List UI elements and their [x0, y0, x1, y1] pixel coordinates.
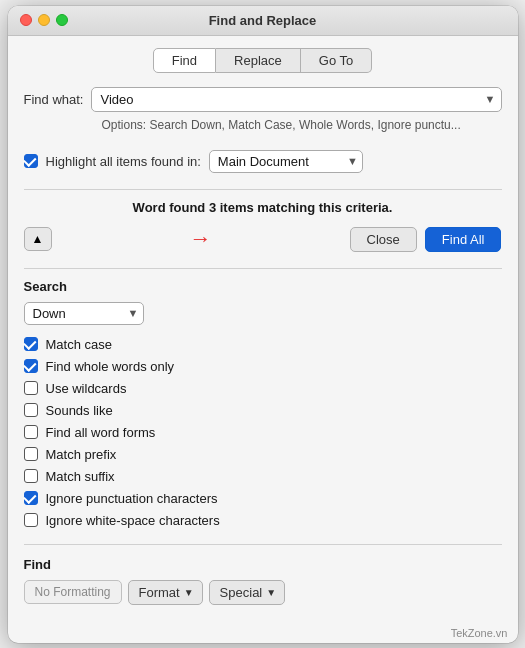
divider-top	[24, 189, 502, 190]
highlight-label: Highlight all items found in:	[46, 154, 201, 169]
search-direction-wrapper: Up Down All ▼	[24, 302, 144, 325]
no-formatting-button[interactable]: No Formatting	[24, 580, 122, 604]
checkbox-match-case[interactable]: Match case	[24, 337, 502, 352]
minimize-traffic-light[interactable]	[38, 14, 50, 26]
find-replace-window: Find and Replace Find Replace Go To Find…	[8, 6, 518, 643]
find-input[interactable]	[91, 87, 501, 112]
highlight-dropdown[interactable]: Main Document All Open Documents	[209, 150, 363, 173]
close-button[interactable]: Close	[350, 227, 417, 252]
prev-button[interactable]: ▲	[24, 227, 52, 251]
search-dropdown-wrapper: Up Down All ▼	[24, 302, 502, 325]
format-button[interactable]: Format ▼	[128, 580, 203, 605]
titlebar: Find and Replace	[8, 6, 518, 36]
highlight-dropdown-wrapper: Main Document All Open Documents ▼	[209, 150, 363, 173]
special-label: Special	[220, 585, 263, 600]
checkbox-ignore-punctuation[interactable]: Ignore punctuation characters	[24, 491, 502, 506]
ignore-whitespace-label: Ignore white-space characters	[46, 513, 220, 528]
info-text: Word found 3 items matching this criteri…	[24, 200, 502, 215]
action-buttons-row: ▲ → Close Find All	[24, 227, 502, 252]
traffic-lights	[20, 14, 68, 26]
find-what-row: Find what: ▼	[24, 87, 502, 112]
checkbox-match-suffix[interactable]: Match suffix	[24, 469, 502, 484]
match-case-label: Match case	[46, 337, 112, 352]
find-buttons-row: No Formatting Format ▼ Special ▼	[24, 580, 502, 605]
tab-find[interactable]: Find	[153, 48, 216, 73]
whole-words-checkbox[interactable]	[24, 359, 38, 373]
find-what-label: Find what:	[24, 92, 84, 107]
search-section-title: Search	[24, 279, 502, 294]
search-direction-dropdown[interactable]: Up Down All	[24, 302, 144, 325]
wildcards-label: Use wildcards	[46, 381, 127, 396]
find-input-wrapper: ▼	[91, 87, 501, 112]
sounds-like-checkbox[interactable]	[24, 403, 38, 417]
tab-replace[interactable]: Replace	[216, 48, 301, 73]
find-section-title: Find	[24, 557, 502, 572]
watermark: TekZone.vn	[8, 621, 518, 643]
match-prefix-checkbox[interactable]	[24, 447, 38, 461]
tab-goto[interactable]: Go To	[301, 48, 372, 73]
checkbox-sounds-like[interactable]: Sounds like	[24, 403, 502, 418]
checkbox-wildcards[interactable]: Use wildcards	[24, 381, 502, 396]
dialog-content: Find Replace Go To Find what: ▼ Options:…	[8, 36, 518, 621]
checkbox-word-forms[interactable]: Find all word forms	[24, 425, 502, 440]
checkbox-match-prefix[interactable]: Match prefix	[24, 447, 502, 462]
ignore-whitespace-checkbox[interactable]	[24, 513, 38, 527]
match-suffix-label: Match suffix	[46, 469, 115, 484]
special-button[interactable]: Special ▼	[209, 580, 286, 605]
highlight-row: Highlight all items found in: Main Docum…	[24, 144, 502, 179]
red-arrow-icon: →	[190, 228, 212, 250]
close-traffic-light[interactable]	[20, 14, 32, 26]
format-chevron-icon: ▼	[184, 587, 194, 598]
format-label: Format	[139, 585, 180, 600]
wildcards-checkbox[interactable]	[24, 381, 38, 395]
options-text: Options: Search Down, Match Case, Whole …	[102, 118, 461, 132]
highlight-checkbox[interactable]	[24, 154, 38, 168]
maximize-traffic-light[interactable]	[56, 14, 68, 26]
special-chevron-icon: ▼	[266, 587, 276, 598]
divider-mid	[24, 268, 502, 269]
search-options-list: Match case Find whole words only Use wil…	[24, 337, 502, 528]
match-prefix-label: Match prefix	[46, 447, 117, 462]
checkbox-whole-words[interactable]: Find whole words only	[24, 359, 502, 374]
find-all-button[interactable]: Find All	[425, 227, 502, 252]
word-forms-checkbox[interactable]	[24, 425, 38, 439]
ignore-punctuation-label: Ignore punctuation characters	[46, 491, 218, 506]
checkbox-ignore-whitespace[interactable]: Ignore white-space characters	[24, 513, 502, 528]
sounds-like-label: Sounds like	[46, 403, 113, 418]
match-suffix-checkbox[interactable]	[24, 469, 38, 483]
up-chevron-icon: ▲	[32, 232, 44, 246]
whole-words-label: Find whole words only	[46, 359, 175, 374]
window-title: Find and Replace	[209, 13, 317, 28]
find-bottom-section: Find No Formatting Format ▼ Special ▼	[24, 544, 502, 605]
ignore-punctuation-checkbox[interactable]	[24, 491, 38, 505]
watermark-text: TekZone.vn	[451, 627, 508, 639]
options-row: Options: Search Down, Match Case, Whole …	[102, 118, 502, 132]
match-case-checkbox[interactable]	[24, 337, 38, 351]
tab-bar: Find Replace Go To	[24, 48, 502, 73]
word-forms-label: Find all word forms	[46, 425, 156, 440]
arrow-indicator: →	[190, 228, 212, 250]
